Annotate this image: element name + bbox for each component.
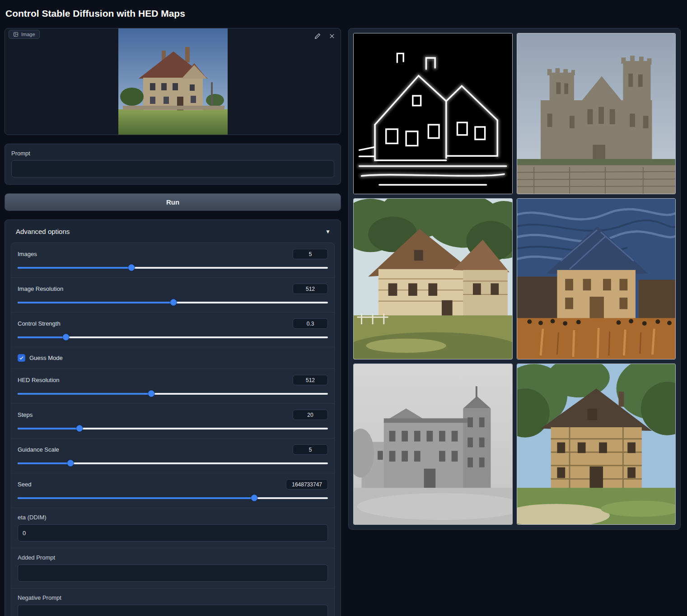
advanced-options-panel: Advanced options ▼ Images 5 bbox=[5, 219, 341, 616]
gallery-image-grayscale-building[interactable] bbox=[353, 364, 513, 525]
close-icon bbox=[329, 33, 335, 39]
check-icon bbox=[19, 355, 24, 360]
images-slider-thumb[interactable] bbox=[128, 264, 135, 271]
added-prompt-input[interactable] bbox=[18, 565, 328, 582]
gallery-image-hed-edge-map[interactable] bbox=[353, 33, 513, 194]
image-icon bbox=[13, 32, 19, 37]
images-label: Images bbox=[18, 251, 37, 257]
negative-prompt-input[interactable] bbox=[18, 605, 328, 616]
eta-label: eta (DDIM) bbox=[18, 514, 328, 521]
gallery-image-stylized-painting[interactable] bbox=[517, 198, 676, 359]
image-resolution-label: Image Resolution bbox=[18, 285, 63, 292]
app-root: Control Stable Diffusion with HED Maps I… bbox=[0, 0, 687, 616]
controls-column: Image bbox=[5, 28, 341, 616]
eta-row: eta (DDIM) 0 bbox=[11, 508, 334, 548]
seed-value[interactable]: 1648733747 bbox=[286, 479, 328, 490]
seed-label: Seed bbox=[18, 481, 31, 488]
advanced-options-title: Advanced options bbox=[16, 228, 70, 235]
results-column bbox=[348, 28, 681, 530]
image-resolution-slider[interactable] bbox=[18, 299, 328, 306]
output-gallery bbox=[348, 28, 681, 530]
hed-resolution-slider[interactable] bbox=[18, 390, 328, 397]
advanced-options-header[interactable]: Advanced options ▼ bbox=[11, 220, 335, 243]
edit-image-button[interactable] bbox=[313, 32, 322, 40]
negative-prompt-row: Negative Prompt bbox=[11, 588, 334, 616]
added-prompt-label: Added Prompt bbox=[18, 554, 328, 561]
chevron-down-icon: ▼ bbox=[325, 229, 333, 235]
steps-slider-thumb[interactable] bbox=[76, 425, 83, 432]
image-input-dropzone[interactable]: Image bbox=[5, 28, 341, 135]
guess-mode-row: Guess Mode bbox=[11, 347, 334, 369]
steps-slider[interactable] bbox=[18, 425, 328, 432]
hed-resolution-value[interactable]: 512 bbox=[293, 375, 328, 385]
gallery-image-painted-house[interactable] bbox=[353, 198, 513, 359]
pencil-icon bbox=[314, 33, 321, 39]
uploaded-house-image[interactable] bbox=[118, 28, 228, 135]
negative-prompt-label: Negative Prompt bbox=[18, 594, 328, 601]
control-strength-value[interactable]: 0.3 bbox=[293, 318, 328, 329]
image-input-tag: Image bbox=[9, 30, 40, 39]
images-value[interactable]: 5 bbox=[293, 249, 328, 259]
image-resolution-value[interactable]: 512 bbox=[293, 284, 328, 294]
hed-resolution-slider-thumb[interactable] bbox=[148, 390, 155, 397]
image-resolution-slider-row: Image Resolution 512 bbox=[11, 278, 334, 313]
guidance-scale-label: Guidance Scale bbox=[18, 446, 59, 453]
run-button[interactable]: Run bbox=[5, 193, 341, 211]
gallery-image-old-house[interactable] bbox=[517, 364, 676, 525]
control-strength-slider-thumb[interactable] bbox=[63, 334, 70, 341]
images-slider-row: Images 5 bbox=[11, 243, 334, 278]
added-prompt-row: Added Prompt bbox=[11, 548, 334, 588]
control-strength-slider-row: Control Strength 0.3 bbox=[11, 313, 334, 347]
hed-resolution-label: HED Resolution bbox=[18, 377, 60, 383]
hed-resolution-slider-row: HED Resolution 512 bbox=[11, 369, 334, 404]
prompt-input[interactable] bbox=[11, 160, 334, 177]
prompt-panel: Prompt bbox=[5, 144, 341, 185]
guess-mode-label: Guess Mode bbox=[29, 355, 63, 361]
control-strength-slider[interactable] bbox=[18, 334, 328, 341]
steps-slider-row: Steps 20 bbox=[11, 404, 334, 439]
prompt-label: Prompt bbox=[11, 150, 334, 157]
guidance-scale-slider-row: Guidance Scale 5 bbox=[11, 439, 334, 473]
gallery-image-castle[interactable] bbox=[517, 33, 676, 194]
clear-image-button[interactable] bbox=[328, 32, 336, 40]
image-resolution-slider-thumb[interactable] bbox=[170, 299, 177, 306]
guidance-scale-value[interactable]: 5 bbox=[293, 444, 328, 455]
seed-slider[interactable] bbox=[18, 495, 328, 501]
guess-mode-checkbox[interactable] bbox=[18, 354, 25, 362]
image-input-label: Image bbox=[21, 32, 35, 37]
seed-slider-thumb[interactable] bbox=[251, 495, 258, 501]
advanced-options-body: Images 5 Image Resolution 512 bbox=[11, 243, 335, 616]
seed-slider-row: Seed 1648733747 bbox=[11, 473, 334, 508]
page-title: Control Stable Diffusion with HED Maps bbox=[5, 5, 682, 28]
images-slider[interactable] bbox=[18, 264, 328, 271]
guidance-scale-slider[interactable] bbox=[18, 460, 328, 467]
guidance-scale-slider-thumb[interactable] bbox=[67, 460, 74, 467]
eta-input[interactable]: 0 bbox=[18, 524, 328, 541]
control-strength-label: Control Strength bbox=[18, 320, 61, 327]
steps-value[interactable]: 20 bbox=[293, 410, 328, 420]
steps-label: Steps bbox=[18, 411, 33, 418]
